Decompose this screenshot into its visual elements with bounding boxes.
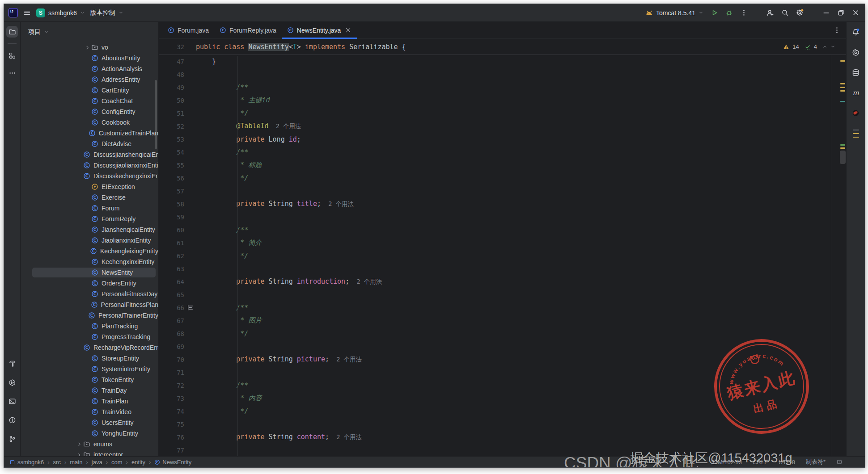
stripe-mark[interactable] <box>840 87 845 88</box>
tree-item-PersonalTrainerEntity[interactable]: CPersonalTrainerEntity <box>21 310 158 321</box>
code-line-72[interactable]: 72 /** <box>159 379 846 392</box>
run-button[interactable] <box>711 9 718 17</box>
breadcrumb-main[interactable]: main <box>70 459 82 466</box>
code-line-76[interactable]: 76 private String content; 2 个用法 <box>159 431 846 444</box>
tree-item-RechargeVipRecordEntity[interactable]: CRechargeVipRecordEntity <box>21 342 158 353</box>
tree-item-TokenEntity[interactable]: CTokenEntity <box>21 374 158 385</box>
code-line-67[interactable]: 67 * 图片 <box>159 314 846 327</box>
breadcrumb-NewsEntity[interactable]: CNewsEntity <box>154 459 191 466</box>
tab-NewsEntity.java[interactable]: CNewsEntity.java <box>282 22 357 38</box>
database-icon[interactable] <box>850 67 862 78</box>
tree-item-PlanTracking[interactable]: CPlanTracking <box>21 321 158 331</box>
breadcrumb-ssmbgnk6[interactable]: ssmbgnk6 <box>9 459 44 466</box>
code-line-66[interactable]: 66 /** <box>159 301 846 314</box>
inspections-widget[interactable]: 14 4 <box>783 39 835 55</box>
build-hammer-icon[interactable] <box>6 358 18 369</box>
tree-item-TrainDay[interactable]: CTrainDay <box>21 385 158 396</box>
gutter-bookmark-icon[interactable] <box>186 304 194 311</box>
tree-item-ForumReply[interactable]: CForumReply <box>21 214 158 224</box>
next-problem-icon[interactable] <box>830 44 835 49</box>
tree-item-vo[interactable]: vo <box>21 42 158 53</box>
tree-item-CartEntity[interactable]: CCartEntity <box>21 85 158 96</box>
breadcrumb-entity[interactable]: entity <box>131 459 145 466</box>
code-line-68[interactable]: 68 */ <box>159 327 846 340</box>
code-line-57[interactable]: 57 <box>159 185 846 197</box>
code-line-55[interactable]: 55 * 标题 <box>159 159 846 172</box>
tab-close-icon[interactable] <box>345 27 351 34</box>
status-segment[interactable]: UTF-8 <box>779 459 795 466</box>
stripe-mark[interactable] <box>840 90 845 92</box>
code-line-61[interactable]: 61 * 简介 <box>159 236 846 249</box>
code-line-75[interactable]: 75 <box>159 418 846 431</box>
code-line-60[interactable]: 60 /** <box>159 223 846 236</box>
plugin-bird-icon[interactable] <box>850 107 862 118</box>
code-line-62[interactable]: 62 */ <box>159 249 846 262</box>
tree-item-ActionAnalysis[interactable]: CActionAnalysis <box>21 63 158 74</box>
stripe-mark[interactable] <box>840 60 845 62</box>
tree-item-CoachChat[interactable]: CCoachChat <box>21 96 158 106</box>
tab-ForumReply.java[interactable]: CForumReply.java <box>214 22 282 38</box>
previous-problem-icon[interactable] <box>822 44 827 49</box>
terminal-icon[interactable] <box>6 395 18 407</box>
tree-item-Forum[interactable]: CForum <box>21 203 158 214</box>
restore-button[interactable] <box>837 9 845 17</box>
services-icon[interactable] <box>6 377 18 388</box>
minimize-button[interactable] <box>822 9 830 17</box>
chevron-right-icon[interactable] <box>75 440 83 448</box>
tree-item-DiscussjiaolianxinxiEntity[interactable]: CDiscussjiaolianxinxiEntity <box>21 160 158 171</box>
code-line-54[interactable]: 54 /** <box>159 146 846 159</box>
status-indicator-icon[interactable] <box>836 459 843 465</box>
tree-item-YonghuEntity[interactable]: CYonghuEntity <box>21 428 158 439</box>
code-line-64[interactable]: 64 private String introduction; 2 个用法 <box>159 275 846 288</box>
tree-item-StoreupEntity[interactable]: CStoreupEntity <box>21 353 158 364</box>
tree-item-Cookbook[interactable]: CCookbook <box>21 117 158 128</box>
maven-icon[interactable]: m <box>850 87 862 98</box>
close-button[interactable] <box>852 9 860 17</box>
stripe-mark[interactable] <box>840 101 845 102</box>
tree-item-KechengleixingEntity[interactable]: CKechengleixingEntity <box>21 246 158 256</box>
code-line-56[interactable]: 56 */ <box>159 172 846 185</box>
tree-item-OrdersEntity[interactable]: COrdersEntity <box>21 278 158 289</box>
editor-scrollbar-thumb[interactable] <box>840 151 846 164</box>
tree-item-NewsEntity[interactable]: CNewsEntity <box>21 267 158 278</box>
breadcrumb-java[interactable]: java <box>92 459 102 466</box>
stripe-mark[interactable] <box>840 144 845 146</box>
code-line-58[interactable]: 58 private String title; 2 个用法 <box>159 197 846 210</box>
tree-item-Exercise[interactable]: CExercise <box>21 192 158 203</box>
tree-scrollbar[interactable] <box>155 80 157 149</box>
breadcrumb-src[interactable]: src <box>53 459 61 466</box>
status-segment[interactable]: CRLF <box>753 459 768 466</box>
code-line-50[interactable]: 50 * 主键id <box>159 94 846 107</box>
tree-item-enums[interactable]: enums <box>21 439 158 449</box>
tree-item-CustomizedTrainPlan[interactable]: CCustomizedTrainPlan <box>21 128 158 138</box>
tree-item-PersonalFitnessDay[interactable]: CPersonalFitnessDay <box>21 289 158 299</box>
more-icon[interactable] <box>6 67 18 79</box>
code-line-51[interactable]: 51 */ <box>159 107 846 120</box>
more-actions-kebab-icon[interactable] <box>740 9 748 17</box>
problems-icon[interactable] <box>6 414 18 426</box>
vcs-selector[interactable]: 版本控制 <box>90 9 123 17</box>
tree-item-TrainVideo[interactable]: CTrainVideo <box>21 407 158 417</box>
tree-item-DiscusskechengxinxiEntity[interactable]: CDiscusskechengxinxiEntity <box>21 171 158 181</box>
main-menu-icon[interactable] <box>23 9 31 17</box>
run-configuration-selector[interactable]: Tomcat 8.5.41 <box>645 9 703 17</box>
code-line-47[interactable]: 47 } <box>159 55 846 68</box>
tree-item-UsersEntity[interactable]: CUsersEntity <box>21 417 158 428</box>
code-line-63[interactable]: 63 <box>159 262 846 275</box>
tree-item-EIException[interactable]: EIException <box>21 181 158 192</box>
tree-item-AboutusEntity[interactable]: CAboutusEntity <box>21 53 158 63</box>
tab-options-kebab-icon[interactable] <box>833 26 841 34</box>
tree-item-JiaolianxinxiEntity[interactable]: CJiaolianxinxiEntity <box>21 235 158 246</box>
tree-item-interceptor[interactable]: interceptor <box>21 449 158 456</box>
tab-Forum.java[interactable]: CForum.java <box>162 22 214 38</box>
tree-item-DiscussjianshenqicaiEntity[interactable]: CDiscussjianshenqicaiEntity <box>21 149 158 160</box>
stripe-mark[interactable] <box>840 147 845 149</box>
breadcrumb-com[interactable]: com <box>111 459 123 466</box>
code-line-59[interactable]: 59 <box>159 210 846 223</box>
code-line-65[interactable]: 65 <box>159 288 846 301</box>
tree-item-JianshenqicaiEntity[interactable]: CJianshenqicaiEntity <box>21 224 158 235</box>
project-panel-header[interactable]: 项目 <box>21 22 158 42</box>
debug-button[interactable] <box>725 9 733 17</box>
sticky-code-text[interactable]: public class NewsEntity<T> implements Se… <box>196 43 406 51</box>
code-line-53[interactable]: 53 private Long id; <box>159 133 846 146</box>
